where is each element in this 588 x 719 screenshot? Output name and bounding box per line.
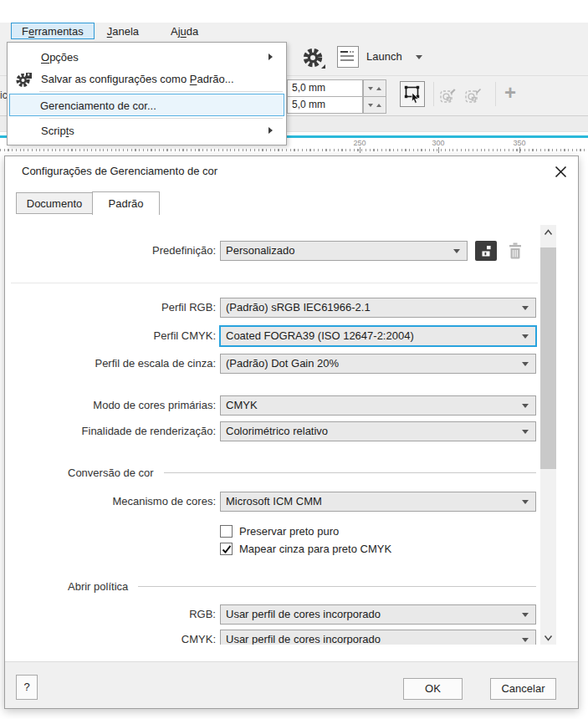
menu-separator xyxy=(39,118,283,119)
edit-anchored-object-icon xyxy=(438,87,457,105)
scrollbar-thumb[interactable] xyxy=(540,247,556,469)
section-abrir-politica: Abrir política xyxy=(68,579,536,593)
dialog-scrollbar[interactable] xyxy=(540,225,556,645)
scroll-down-icon[interactable] xyxy=(540,630,556,645)
perfil-rgb-label: Perfil RGB: xyxy=(9,298,216,318)
perfil-cmyk-label: Perfil CMYK: xyxy=(9,326,216,346)
modo-cores-label: Modo de cores primárias: xyxy=(9,395,216,416)
gear-dropdown-caret-icon xyxy=(321,64,325,69)
preservar-preto-checkbox[interactable] xyxy=(220,525,233,538)
mecanismo-select[interactable]: Microsoft ICM CMM xyxy=(220,492,536,512)
dialog-footer: ? OK Cancelar xyxy=(5,661,578,708)
submenu-arrow-icon xyxy=(268,127,276,134)
spinner-down-icon[interactable] xyxy=(368,87,373,93)
launch-button[interactable]: Launch xyxy=(366,50,402,63)
margin-bottom-input[interactable]: 5,0 mm xyxy=(287,96,363,114)
ruler-label: 350 xyxy=(509,139,529,147)
menu-item-salvar-configuracoes[interactable]: Salvar as configurações como Padrão... xyxy=(11,69,284,89)
menu-item-scripts[interactable]: Scripts xyxy=(11,121,284,141)
check-icon xyxy=(222,544,232,554)
mapear-cinza-label[interactable]: Mapear cinza para preto CMYK xyxy=(239,543,391,556)
menubar: Ferramentas Janela Ajuda xyxy=(0,23,588,39)
finalidade-select[interactable]: Colorimétrico relativo xyxy=(220,421,536,441)
tools-menu-popup: Opções Salvar as configurações como Padr… xyxy=(7,42,287,145)
tab-documento[interactable]: Documento xyxy=(16,192,93,214)
cancel-button[interactable]: Cancelar xyxy=(490,678,556,700)
ok-button[interactable]: OK xyxy=(403,678,463,700)
selection-tool-button[interactable] xyxy=(400,81,425,107)
launch-dropdown-caret-icon[interactable] xyxy=(416,55,422,63)
abrir-cmyk-select[interactable]: Usar perfil de cores incorporado xyxy=(220,630,536,645)
menu-item-opcoes[interactable]: Opções xyxy=(11,48,284,68)
perfil-cmyk-select[interactable]: Coated FOGRA39 (ISO 12647-2:2004) xyxy=(220,326,536,346)
perfil-cinza-select[interactable]: (Padrão) Dot Gain 20% xyxy=(220,354,536,374)
trash-icon xyxy=(507,242,524,260)
finish-editing-object-icon xyxy=(463,87,482,105)
section-conversao-de-cor: Conversão de cor xyxy=(68,466,536,479)
scroll-up-icon[interactable] xyxy=(540,225,556,239)
help-button[interactable]: ? xyxy=(16,675,38,700)
predefinicao-select[interactable]: Personalizado xyxy=(220,241,468,261)
predefinicao-label: Predefinição: xyxy=(9,241,216,261)
abrir-rgb-select[interactable]: Usar perfil de cores incorporado xyxy=(220,604,536,625)
dialog-title: Configurações de Gerenciamento de cor xyxy=(22,165,217,177)
delete-preset-button[interactable] xyxy=(504,241,526,261)
settings-scroll-area: Predefinição: Personalizado Perfil RGB: … xyxy=(9,225,540,645)
tab-padrao[interactable]: Padrão xyxy=(92,191,160,215)
margin-top-spinner[interactable] xyxy=(363,79,386,97)
selection-rect-icon xyxy=(403,84,422,105)
submenu-arrow-icon xyxy=(268,54,276,60)
perfil-rgb-select[interactable]: (Padrão) sRGB IEC61966-2.1 xyxy=(220,298,536,318)
abrir-cmyk-label: CMYK: xyxy=(9,630,216,645)
mecanismo-label: Mecanismo de cores: xyxy=(9,492,216,512)
preservar-preto-label[interactable]: Preservar preto puro xyxy=(239,525,339,538)
abrir-rgb-label: RGB: xyxy=(9,604,216,625)
margin-top-input[interactable]: 5,0 mm xyxy=(287,79,363,97)
mapear-cinza-checkbox[interactable] xyxy=(220,543,233,555)
menu-ferramentas[interactable]: Ferramentas xyxy=(11,23,95,39)
launch-icon[interactable] xyxy=(337,46,359,68)
menu-ajuda[interactable]: Ajuda xyxy=(161,23,208,39)
menu-item-gerenciamento-de-cor[interactable]: Gerenciamento de cor... xyxy=(9,94,284,116)
ruler-label: 300 xyxy=(428,139,448,147)
modo-cores-select[interactable]: CMYK xyxy=(220,395,536,416)
menu-janela[interactable]: Janela xyxy=(97,23,149,39)
ruler-ticks xyxy=(0,149,588,151)
close-icon[interactable] xyxy=(552,163,569,180)
toolbar-separator xyxy=(433,82,434,106)
gear-save-icon xyxy=(15,71,33,89)
spinner-down-icon[interactable] xyxy=(368,104,373,110)
add-page-plus-icon: + xyxy=(504,81,516,105)
menu-separator xyxy=(39,91,283,92)
save-preset-button[interactable] xyxy=(475,241,497,261)
perfil-cinza-label: Perfil de escala de cinza: xyxy=(9,354,216,374)
spinner-up-icon[interactable] xyxy=(376,101,381,107)
spinner-up-icon[interactable] xyxy=(376,84,381,90)
group-separator xyxy=(11,283,538,283)
toolbar-separator xyxy=(495,82,496,106)
color-management-settings-dialog: Configurações de Gerenciamento de cor Do… xyxy=(4,156,579,709)
finalidade-label: Finalidade de renderização: xyxy=(9,421,216,441)
margin-bottom-spinner[interactable] xyxy=(363,96,386,114)
floppy-icon xyxy=(478,244,493,258)
ruler-label: 250 xyxy=(350,139,370,147)
